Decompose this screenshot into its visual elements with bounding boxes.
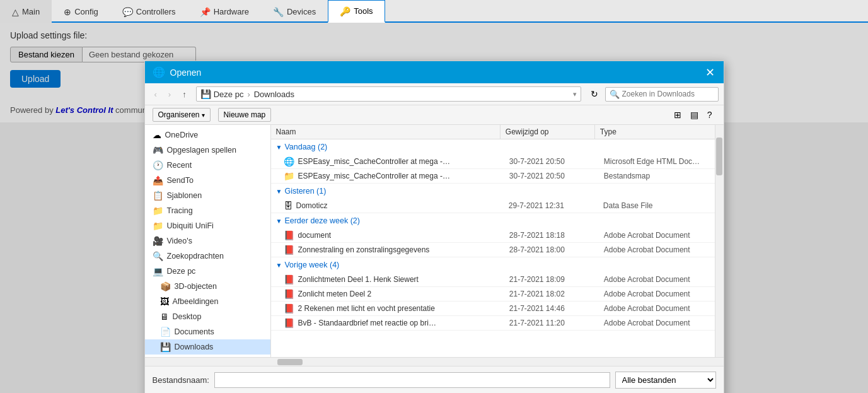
dialog-titlebar: 🌐 Openen ✕: [145, 61, 724, 83]
new-folder-button[interactable]: Nieuwe map: [218, 108, 272, 122]
tab-label-tools: Tools: [354, 6, 373, 16]
dialog-overlay: 🌐 Openen ✕ ‹ › ↑ 💾 Deze pc › Downloads ▾…: [0, 23, 868, 122]
tab-icon-devices: 🔧: [273, 7, 284, 17]
address-bar[interactable]: 💾 Deze pc › Downloads ▾: [196, 86, 581, 102]
refresh-button[interactable]: ↻: [586, 86, 603, 102]
up-button[interactable]: ↑: [178, 87, 191, 102]
address-path-part1: Deze pc: [214, 90, 244, 99]
dialog-actions-bar: Organiseren ▾ Nieuwe map ⊞ ▤ ?: [145, 105, 724, 122]
organize-label: Organiseren: [158, 110, 200, 119]
nav-tab-controllers[interactable]: 💬Controllers: [110, 0, 188, 23]
forward-button[interactable]: ›: [164, 87, 175, 102]
tab-icon-hardware: 📌: [200, 7, 211, 17]
help-button[interactable]: ?: [703, 108, 716, 122]
dialog-title: Openen: [170, 67, 202, 78]
tab-icon-config: ⊕: [64, 7, 71, 17]
search-bar[interactable]: 🔍: [605, 87, 719, 102]
view-panel-button[interactable]: ▤: [686, 108, 702, 122]
tab-icon-main: △: [12, 7, 19, 17]
tab-label-hardware: Hardware: [214, 7, 249, 16]
address-path-part2: Downloads: [254, 90, 294, 99]
nav-tab-hardware[interactable]: 📌Hardware: [188, 0, 261, 23]
nav-tab-config[interactable]: ⊕Config: [52, 0, 110, 23]
nav-tab-devices[interactable]: 🔧Devices: [261, 0, 328, 23]
dialog-title-icon: 🌐: [153, 66, 165, 78]
tab-icon-controllers: 💬: [122, 7, 133, 17]
search-icon: 🔍: [610, 90, 620, 99]
view-controls: ⊞ ▤ ?: [670, 108, 716, 122]
tab-label-main: Main: [22, 7, 40, 16]
organize-chevron-icon: ▾: [202, 112, 205, 119]
nav-tabs: △Main⊕Config💬Controllers📌Hardware🔧Device…: [0, 0, 868, 23]
view-grid-button[interactable]: ⊞: [670, 108, 685, 122]
dialog-close-button[interactable]: ✕: [704, 67, 716, 78]
tab-icon-tools: 🔑: [340, 6, 350, 16]
tab-label-controllers: Controllers: [136, 7, 176, 16]
search-input[interactable]: [622, 90, 714, 98]
address-separator: ›: [247, 90, 250, 99]
organize-button[interactable]: Organiseren ▾: [153, 108, 211, 122]
tab-label-devices: Devices: [287, 7, 316, 16]
tab-label-config: Config: [74, 7, 98, 16]
address-drive-icon: 💾: [200, 89, 211, 99]
nav-tab-tools[interactable]: 🔑Tools: [328, 0, 385, 23]
dialog-address-toolbar: ‹ › ↑ 💾 Deze pc › Downloads ▾ ↻ 🔍: [145, 83, 724, 105]
address-chevron-icon: ▾: [573, 90, 577, 98]
back-button[interactable]: ‹: [150, 87, 161, 102]
open-file-dialog: 🌐 Openen ✕ ‹ › ↑ 💾 Deze pc › Downloads ▾…: [144, 61, 724, 122]
nav-tab-main[interactable]: △Main: [0, 0, 52, 23]
